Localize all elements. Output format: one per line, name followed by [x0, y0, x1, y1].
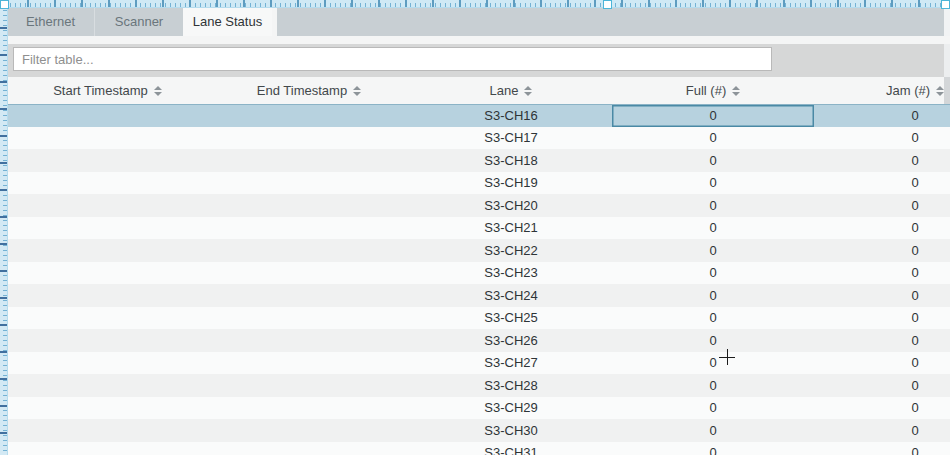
- tab-bar: Ethernet Scanner History Lane Status: [7, 7, 950, 36]
- table-row[interactable]: S3-CH17 0 0: [7, 127, 950, 150]
- cell-end-timestamp: [208, 127, 410, 150]
- sort-icon[interactable]: [732, 86, 740, 96]
- cell-full[interactable]: 0: [612, 374, 814, 397]
- filter-input[interactable]: [13, 47, 772, 71]
- sort-icon[interactable]: [353, 86, 361, 96]
- table-row[interactable]: S3-CH20 0 0: [7, 194, 950, 217]
- sort-icon[interactable]: [936, 86, 944, 96]
- column-header-end-timestamp[interactable]: End Timestamp: [208, 77, 410, 104]
- column-header-full[interactable]: Full (#): [612, 77, 814, 104]
- cell-start-timestamp: [7, 149, 208, 172]
- cell-jam[interactable]: 0: [814, 105, 950, 127]
- selection-handle-top-left[interactable]: [0, 0, 9, 9]
- cell-lane: S3-CH23: [410, 262, 612, 285]
- table-row[interactable]: S3-CH25 0 0: [7, 307, 950, 330]
- cell-start-timestamp: [7, 307, 208, 330]
- column-label: Full (#): [686, 77, 726, 104]
- cell-jam[interactable]: 0: [814, 374, 950, 397]
- cell-jam[interactable]: 0: [814, 397, 950, 420]
- cell-full[interactable]: 0: [612, 239, 814, 262]
- cell-full[interactable]: 0: [612, 262, 814, 285]
- column-header-jam[interactable]: Jam (#): [814, 77, 950, 104]
- table-row[interactable]: S3-CH30 0 0: [7, 419, 950, 442]
- table-row[interactable]: S3-CH31 0 0: [7, 442, 950, 455]
- cell-lane: S3-CH24: [410, 284, 612, 307]
- cell-lane: S3-CH25: [410, 307, 612, 330]
- cell-start-timestamp: [7, 127, 208, 150]
- cell-jam[interactable]: 0: [814, 239, 950, 262]
- cell-jam[interactable]: 0: [814, 352, 950, 375]
- cell-start-timestamp: [7, 352, 208, 375]
- cell-full[interactable]: 0: [612, 217, 814, 240]
- cell-full[interactable]: 0: [612, 442, 814, 455]
- column-label: Lane: [490, 77, 519, 104]
- cell-lane: S3-CH26: [410, 329, 612, 352]
- column-header-start-timestamp[interactable]: Start Timestamp: [7, 77, 208, 104]
- column-label: End Timestamp: [257, 77, 347, 104]
- cell-end-timestamp: [208, 284, 410, 307]
- cell-full[interactable]: 0: [612, 194, 814, 217]
- cell-end-timestamp: [208, 419, 410, 442]
- cell-full[interactable]: 0: [612, 105, 814, 127]
- cell-jam[interactable]: 0: [814, 442, 950, 455]
- cell-jam[interactable]: 0: [814, 217, 950, 240]
- tab-bar-filler: [277, 7, 944, 36]
- column-label: Start Timestamp: [53, 77, 148, 104]
- cell-lane: S3-CH18: [410, 149, 612, 172]
- cell-start-timestamp: [7, 239, 208, 262]
- cell-jam[interactable]: 0: [814, 419, 950, 442]
- cell-jam[interactable]: 0: [814, 329, 950, 352]
- cell-jam[interactable]: 0: [814, 127, 950, 150]
- cell-lane: S3-CH17: [410, 127, 612, 150]
- cell-full[interactable]: 0: [612, 419, 814, 442]
- cell-jam[interactable]: 0: [814, 149, 950, 172]
- cell-end-timestamp: [208, 329, 410, 352]
- filter-panel: [7, 44, 950, 77]
- cell-full[interactable]: 0: [612, 172, 814, 195]
- cell-start-timestamp: [7, 419, 208, 442]
- selection-handle-top-center[interactable]: [603, 0, 612, 9]
- cell-end-timestamp: [208, 352, 410, 375]
- cell-lane: S3-CH19: [410, 172, 612, 195]
- table-row[interactable]: S3-CH27 0 0: [7, 352, 950, 375]
- table-row[interactable]: S3-CH26 0 0: [7, 329, 950, 352]
- cell-full[interactable]: 0: [612, 149, 814, 172]
- cell-full[interactable]: 0: [612, 284, 814, 307]
- cell-jam[interactable]: 0: [814, 307, 950, 330]
- cell-lane: S3-CH16: [410, 105, 612, 127]
- cell-end-timestamp: [208, 194, 410, 217]
- cell-start-timestamp: [7, 374, 208, 397]
- table-row[interactable]: S3-CH19 0 0: [7, 172, 950, 195]
- cell-lane: S3-CH21: [410, 217, 612, 240]
- cell-jam[interactable]: 0: [814, 262, 950, 285]
- cell-full[interactable]: 0: [612, 352, 814, 375]
- cell-jam[interactable]: 0: [814, 194, 950, 217]
- cell-full[interactable]: 0: [612, 127, 814, 150]
- tab-lane-status[interactable]: Lane Status: [183, 7, 272, 36]
- table-row[interactable]: S3-CH16 0 0: [7, 104, 950, 127]
- cell-full[interactable]: 0: [612, 397, 814, 420]
- table-row[interactable]: S3-CH22 0 0: [7, 239, 950, 262]
- table-row[interactable]: S3-CH21 0 0: [7, 217, 950, 240]
- table-row[interactable]: S3-CH28 0 0: [7, 374, 950, 397]
- cell-lane: S3-CH28: [410, 374, 612, 397]
- table-row[interactable]: S3-CH29 0 0: [7, 397, 950, 420]
- cell-full[interactable]: 0: [612, 329, 814, 352]
- table-body: S3-CH16 0 0 S3-CH17 0 0 S3-CH18 0 0 S3-C…: [7, 104, 950, 455]
- table-row[interactable]: S3-CH23 0 0: [7, 262, 950, 285]
- tab-bar-edge: [944, 7, 950, 36]
- cell-end-timestamp: [208, 442, 410, 455]
- cell-jam[interactable]: 0: [814, 284, 950, 307]
- sort-icon[interactable]: [524, 86, 532, 96]
- cell-jam[interactable]: 0: [814, 172, 950, 195]
- column-header-lane[interactable]: Lane: [410, 77, 612, 104]
- cell-full[interactable]: 0: [612, 307, 814, 330]
- cell-end-timestamp: [208, 307, 410, 330]
- cell-start-timestamp: [7, 172, 208, 195]
- tab-scanner-history[interactable]: Scanner History: [95, 7, 183, 36]
- sort-icon[interactable]: [154, 86, 162, 96]
- selection-handle-top-right[interactable]: [941, 0, 950, 9]
- tab-ethernet[interactable]: Ethernet: [7, 7, 95, 36]
- table-row[interactable]: S3-CH18 0 0: [7, 149, 950, 172]
- table-row[interactable]: S3-CH24 0 0: [7, 284, 950, 307]
